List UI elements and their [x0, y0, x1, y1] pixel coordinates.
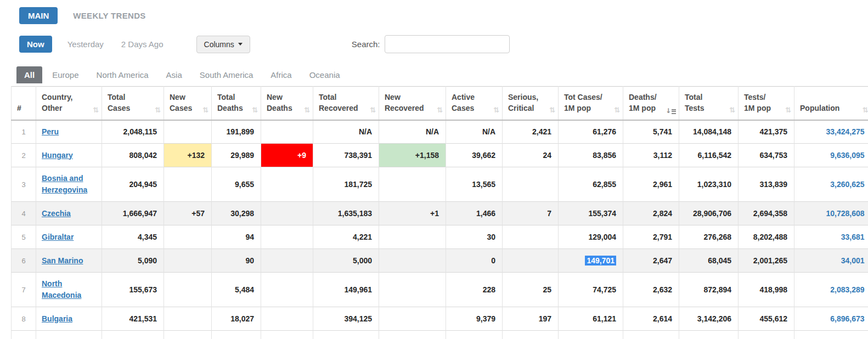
country-link[interactable]: Hungary [42, 151, 73, 160]
cell-new_deaths: +9 [261, 144, 313, 167]
cell-total_cases: 5,090 [102, 249, 164, 273]
now-button[interactable]: Now [19, 36, 52, 53]
cell-new_recovered [379, 167, 446, 202]
sort-both-icon: ⇅ [304, 106, 310, 114]
sort-both-icon: ⇅ [729, 106, 735, 114]
cell-tot_cases_1m: 129,004 [559, 225, 623, 249]
column-label: Country,Other [42, 92, 97, 114]
table-head: #Country,Other⇅TotalCases⇅NewCases⇅Total… [12, 87, 868, 120]
cell-deaths_1m: 2,632 [623, 273, 679, 307]
columns-dropdown-button[interactable]: Columns [196, 36, 250, 53]
table-row: 1Peru2,048,115191,899N/AN/AN/A2,42161,27… [12, 120, 868, 144]
cell-total_recovered: 5,000 [313, 249, 379, 273]
cell-total_recovered: 738,391 [313, 144, 379, 167]
row-number: 6 [12, 249, 36, 273]
table-row: 8Bulgaria421,53118,027394,1259,37919761,… [12, 307, 868, 331]
column-header-total_recovered[interactable]: TotalRecovered⇅ [313, 87, 379, 120]
cell-new_deaths [261, 225, 313, 249]
column-header-serious_critical[interactable]: Serious,Critical⇅ [503, 87, 559, 120]
column-header-total_cases[interactable]: TotalCases⇅ [102, 87, 164, 120]
country-cell: Gibraltar [36, 225, 102, 249]
column-header-new_cases[interactable]: NewCases⇅ [164, 87, 212, 120]
country-link[interactable]: Czechia [42, 209, 71, 218]
column-label: Population [800, 103, 867, 114]
column-header-country[interactable]: Country,Other⇅ [36, 87, 102, 120]
cell-active_cases: 1,466 [446, 202, 503, 225]
region-tab-all[interactable]: All [16, 66, 42, 83]
region-tab-north-america[interactable]: North America [89, 66, 156, 83]
region-tab-south-america[interactable]: South America [192, 66, 261, 83]
yesterday-button[interactable]: Yesterday [67, 39, 104, 49]
two-days-ago-button[interactable]: 2 Days Ago [121, 39, 164, 49]
column-header-total_tests[interactable]: TotalTests⇅ [679, 87, 739, 120]
country-link[interactable]: Bulgaria [42, 314, 72, 323]
country-cell: Bosnia and Herzegovina [36, 167, 102, 202]
cell-deaths_1m: 2,961 [623, 167, 679, 202]
cell-tests_1m: 8,202,488 [739, 225, 794, 249]
covid-stats-table: #Country,Other⇅TotalCases⇅NewCases⇅Total… [11, 86, 868, 339]
cell-total_recovered: N/A [313, 120, 379, 144]
search-input[interactable] [385, 35, 510, 53]
country-link[interactable]: Peru [42, 127, 59, 136]
row-number: 1 [12, 120, 36, 144]
selected-text: 149,701 [585, 256, 616, 265]
column-header-active_cases[interactable]: ActiveCases⇅ [446, 87, 503, 120]
empty-cell [623, 331, 679, 339]
cell-total_deaths: 18,027 [212, 307, 261, 331]
cell-total_recovered: 149,961 [313, 273, 379, 307]
cell-tot_cases_1m: 155,374 [559, 202, 623, 225]
column-label: ActiveCases [452, 92, 498, 114]
cell-new_recovered [379, 273, 446, 307]
column-label: NewRecovered [385, 92, 441, 114]
sort-both-icon: ⇅ [155, 106, 161, 114]
row-number: 7 [12, 273, 36, 307]
tab-main[interactable]: MAIN [19, 7, 58, 24]
cell-tests_1m: 313,839 [739, 167, 794, 202]
column-header-deaths_1m[interactable]: Deaths/1M pop↓ [623, 87, 679, 120]
cell-deaths_1m: 3,112 [623, 144, 679, 167]
cell-new_deaths [261, 273, 313, 307]
empty-cell [102, 331, 164, 339]
region-tab-europe[interactable]: Europe [44, 66, 86, 83]
country-cell: Hungary [36, 144, 102, 167]
cell-tot_cases_1m: 61,121 [559, 307, 623, 331]
cell-deaths_1m: 5,741 [623, 120, 679, 144]
column-header-num: # [12, 87, 36, 120]
cell-tests_1m: 2,694,358 [739, 202, 794, 225]
table-row: 3Bosnia and Herzegovina204,9459,655181,7… [12, 167, 868, 202]
region-tab-africa[interactable]: Africa [263, 66, 299, 83]
country-link[interactable]: Bosnia and Herzegovina [42, 174, 87, 194]
cell-serious_critical: 197 [503, 307, 559, 331]
empty-cell [446, 331, 503, 339]
country-link[interactable]: North Macedonia [42, 279, 81, 300]
cell-tot_cases_1m: 83,856 [559, 144, 623, 167]
cell-active_cases: N/A [446, 120, 503, 144]
cell-tot_cases_1m: 61,276 [559, 120, 623, 144]
column-header-new_deaths[interactable]: NewDeaths⇅ [261, 87, 313, 120]
column-header-new_recovered[interactable]: NewRecovered⇅ [379, 87, 446, 120]
toolbar: Now Yesterday 2 Days Ago Columns Search: [19, 35, 510, 53]
column-header-total_deaths[interactable]: TotalDeaths⇅ [212, 87, 261, 120]
empty-cell [739, 331, 794, 339]
cell-total_recovered: 1,635,183 [313, 202, 379, 225]
column-header-tests_1m[interactable]: Tests/1M pop⇅ [739, 87, 794, 120]
row-number: 8 [12, 307, 36, 331]
sort-both-icon: ⇅ [549, 106, 555, 114]
region-tab-asia[interactable]: Asia [159, 66, 190, 83]
table-row: 6San Marino5,090905,0000149,7012,64768,0… [12, 249, 868, 273]
empty-cell [36, 331, 102, 339]
cell-total_tests: 1,023,310 [679, 167, 739, 202]
column-header-tot_cases_1m[interactable]: Tot Cases/1M pop⇅ [559, 87, 623, 120]
cell-total_deaths: 30,298 [212, 202, 261, 225]
cell-new_cases: +132 [164, 144, 212, 167]
column-header-population[interactable]: Population⇅ [794, 87, 868, 120]
empty-cell [313, 331, 379, 339]
cell-tot_cases_1m: 62,855 [559, 167, 623, 202]
tab-weekly-trends[interactable]: WEEKLY TRENDS [73, 11, 145, 20]
country-link[interactable]: San Marino [42, 256, 83, 265]
region-tab-oceania[interactable]: Oceania [302, 66, 348, 83]
country-link[interactable]: Gibraltar [42, 233, 74, 241]
cell-total_tests: 872,894 [679, 273, 739, 307]
cell-new_recovered: +1,158 [379, 144, 446, 167]
cell-tot_cases_1m: 74,725 [559, 273, 623, 307]
